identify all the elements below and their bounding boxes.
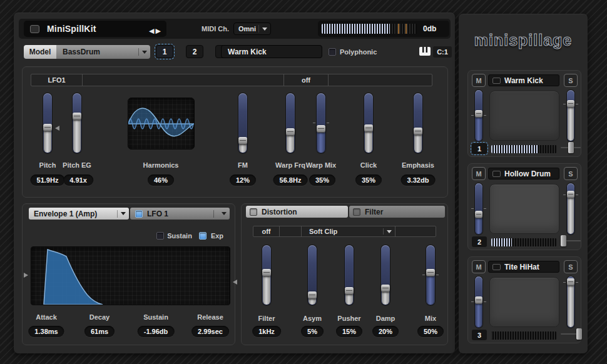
dropdown-divider [117,210,118,218]
key-range-badge[interactable]: C:1 [433,46,452,58]
prev-preset-icon[interactable]: ◀ [149,27,154,35]
slot-volume-slider[interactable] [567,90,574,141]
drum-pad[interactable] [489,277,559,327]
solo-button[interactable]: S [564,260,578,273]
envelope-graph[interactable] [31,246,230,305]
distortion-off-cell[interactable]: off [253,226,280,236]
lfo-mode[interactable]: off [284,74,329,86]
mute-button[interactable]: M [472,167,486,180]
emphasis-slider[interactable] [414,93,422,153]
harmonics-display[interactable] [128,98,195,149]
distortion-mode-dropdown[interactable]: Soft Clip [302,226,395,236]
dist-mix-value[interactable]: 50% [417,326,444,337]
dist-filter-slider[interactable] [262,245,271,305]
drum-pad[interactable] [489,184,559,234]
mod-enable-checkbox[interactable] [135,210,143,218]
dropdown-arrow-icon [222,212,227,215]
slider-thumb[interactable] [576,328,582,340]
meter-lit-bars [322,24,390,34]
pusher-value[interactable]: 15% [336,326,362,337]
top-bar: MiniSpillKit ◀ ▶ MIDI Ch. Omni 0 [19,19,451,39]
fm-value[interactable]: 12% [230,174,256,186]
pitch-slider[interactable] [43,93,52,153]
decay-label: Decay [89,313,110,321]
emphasis-value[interactable]: 3.32db [401,174,436,186]
master-meter-box: 0db [318,21,449,37]
attack-value[interactable]: 1.38ms [28,326,64,337]
slot-select-button[interactable]: 3 [472,330,487,340]
drum-pad[interactable] [489,91,559,141]
tab-filter[interactable]: Filter [349,206,445,218]
mod-source-dropdown[interactable]: LFO 1 [130,208,230,220]
slider-thumb[interactable] [561,235,566,246]
click-slider[interactable] [364,93,373,153]
mute-button[interactable]: M [472,260,486,273]
asym-slider[interactable] [308,245,317,305]
folder-icon [492,78,501,84]
warp-frq-value[interactable]: 56.8Hz [273,174,308,186]
envelope-end-marker-icon[interactable] [233,280,237,285]
voice-button-2[interactable]: 2 [186,45,203,58]
distortion-enable-checkbox[interactable] [250,208,257,216]
fm-slider[interactable] [238,93,247,153]
slot-pan-slider[interactable] [475,183,482,235]
dist-mix-slider[interactable] [426,245,435,305]
release-value[interactable]: 2.99sec [191,326,229,337]
preset-selector[interactable]: MiniSpillKit ◀ ▶ [24,21,166,37]
exp-checkbox[interactable] [199,232,207,240]
slider-thumb[interactable] [568,142,574,153]
harmonics-value[interactable]: 46% [148,174,174,186]
solo-button[interactable]: S [564,167,578,180]
slot-name-field[interactable]: Tite HiHat [488,261,559,273]
dist-filter-value[interactable]: 1kHz [252,326,281,337]
slot-level-meter [491,331,556,340]
envelope-start-marker-icon[interactable] [24,273,28,278]
envelope-selector-dropdown[interactable]: Envelope 1 (Amp) [29,208,129,220]
drum-slot-1: M Warm Kick S 1 [467,70,581,157]
decay-value[interactable]: 61ms [84,326,115,337]
damp-slider[interactable] [381,245,390,305]
keyboard-icon[interactable] [419,47,431,58]
asym-label: Asym [303,315,322,323]
next-preset-icon[interactable]: ▶ [156,27,161,35]
slot-output-slider[interactable] [559,326,582,341]
slot-name-field[interactable]: Warm Kick [488,74,559,86]
slot-pan-slider[interactable] [475,90,482,141]
slot-volume-slider[interactable] [567,276,574,328]
slot-select-button[interactable]: 2 [472,236,487,247]
warp-frq-slider[interactable] [286,93,295,153]
solo-button[interactable]: S [564,74,578,87]
click-value[interactable]: 35% [355,174,382,186]
harmonics-label: Harmonics [143,161,179,169]
sustain-value[interactable]: -1.96db [138,326,175,337]
slot-select-button[interactable]: 1 [472,143,487,154]
pusher-slider[interactable] [345,245,354,305]
preset-file-icon[interactable] [30,25,39,33]
model-dropdown[interactable]: BassDrum [56,45,150,59]
warp-mix-slider[interactable] [317,93,325,153]
damp-value[interactable]: 20% [372,326,399,337]
polyphonic-checkbox[interactable] [329,48,336,56]
slot-output-slider[interactable] [559,233,582,248]
sustain-checkbox[interactable] [156,232,164,240]
slot-name-field[interactable]: Hollow Drum [488,168,559,179]
master-db-readout[interactable]: 0db [423,21,436,37]
envelope-selector-value: Envelope 1 (Amp) [34,210,97,218]
slot-volume-slider[interactable] [567,183,574,235]
asym-value[interactable]: 5% [301,326,324,337]
voice-button-1[interactable]: 1 [156,45,173,58]
tab-filter-label: Filter [365,208,383,216]
mute-button[interactable]: M [472,74,486,87]
slot-pan-slider[interactable] [475,276,482,328]
warp-mix-value[interactable]: 35% [309,174,335,186]
slot-output-slider[interactable] [559,140,582,155]
pitch-value[interactable]: 51.9Hz [31,174,65,186]
pitch-eg-slider[interactable] [73,93,81,153]
preset-name-field[interactable]: Warm Kick [221,45,322,58]
midi-channel-dropdown[interactable]: Omni [233,23,271,35]
pitch-eg-value[interactable]: 4.91x [63,174,93,186]
lfo-title[interactable]: LFO1 [31,74,83,86]
tab-distortion[interactable]: Distortion [246,206,348,218]
pusher-label: Pusher [337,315,360,323]
filter-enable-checkbox[interactable] [353,208,360,216]
